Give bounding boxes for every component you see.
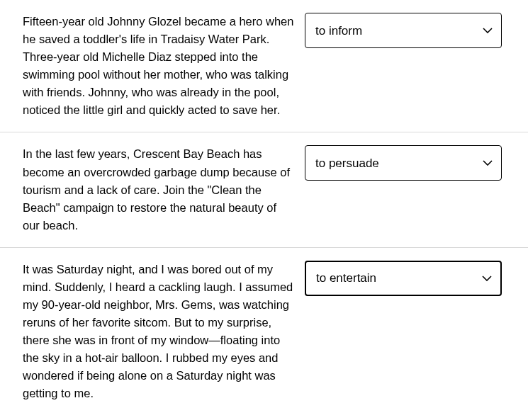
table-row: In the last few years, Crescent Bay Beac… (0, 132, 528, 247)
purpose-select-2[interactable]: to entertain (305, 261, 502, 296)
passage-text: Fifteen-year old Johnny Glozel became a … (23, 13, 299, 119)
table-row: It was Saturday night, and I was bored o… (0, 248, 528, 416)
passage-text: In the last few years, Crescent Bay Beac… (23, 145, 299, 234)
purpose-select-0[interactable]: to inform (305, 13, 502, 48)
table-row: Fifteen-year old Johnny Glozel became a … (0, 0, 528, 132)
passage-text: It was Saturday night, and I was bored o… (23, 261, 299, 403)
select-cell: to entertain (305, 261, 528, 403)
select-cell: to persuade (305, 145, 528, 234)
purpose-select-1[interactable]: to persuade (305, 145, 502, 181)
purpose-table: Fifteen-year old Johnny Glozel became a … (0, 0, 528, 415)
select-cell: to inform (305, 13, 528, 119)
